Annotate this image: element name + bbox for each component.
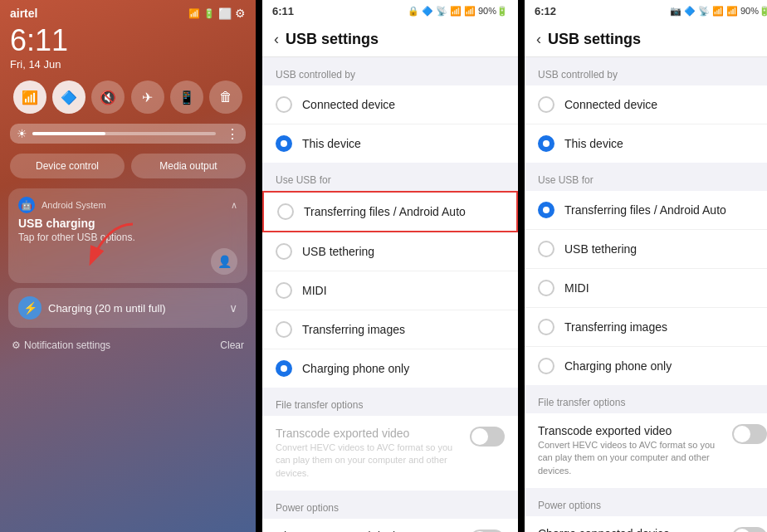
section-label-file-transfer-2: File transfer options [262,388,518,416]
charging-card[interactable]: ⚡ Charging (20 m until full) ∨ [8,288,247,328]
charging-phone-radio-3[interactable] [538,358,554,374]
wifi-icon-3: 📶 [712,6,724,17]
brightness-icon: ☀ [17,127,27,140]
transferring-files-row-3[interactable]: Transferring files / Android Auto [525,191,767,230]
usb-tethering-radio-3[interactable] [538,241,554,257]
transcode-desc-2: Convert HEVC videos to AVC format so you… [276,442,460,480]
charge-connected-title-3: Charge connected device [538,527,722,532]
clear-button[interactable]: Clear [220,339,244,351]
charging-phone-label-3: Charging phone only [564,359,767,373]
transferring-files-row-2[interactable]: Transferring files / Android Auto [262,191,518,232]
section-label-usb-controlled-3: USB controlled by [525,57,767,85]
usb-controlled-card-3: Connected device This device [525,85,767,163]
charge-connected-row-2: Charge connected device Use this phone t… [262,519,518,532]
brightness-bar [32,132,216,135]
usb-tethering-row-3[interactable]: USB tethering [525,230,767,269]
screen-tile[interactable]: 📱 [170,81,203,114]
transcode-text-3: Transcode exported video Convert HEVC vi… [538,424,722,477]
usb-tethering-label-2: USB tethering [302,245,505,258]
settings-icon[interactable]: ⚙ [235,7,246,20]
nfc-icon-3: 📡 [698,6,710,17]
toolbar-2: ‹ USB settings [262,22,518,57]
notification-action-btn[interactable]: 👤 [211,248,237,275]
transferring-images-row-2[interactable]: Transferring images [262,310,518,349]
transferring-images-label-2: Transferring images [302,323,505,336]
connected-device-label-3: Connected device [564,98,767,111]
quick-buttons: Device control Media output [0,149,256,183]
transferring-images-radio-2[interactable] [276,321,292,338]
section-label-file-transfer-3: File transfer options [525,385,767,413]
status-bar-2: 6:11 🔒 🔷 📡 📶 📶 90%🔋 [262,0,518,22]
section-label-usb-controlled-2: USB controlled by [262,57,518,85]
expand-icon[interactable]: ∧ [231,200,237,211]
mute-tile[interactable]: 🔇 [91,81,125,114]
notification-header: 🤖 Android System ∧ [18,197,237,213]
signal-icon-2: 📶 [464,6,476,17]
connected-device-radio-2[interactable] [276,96,292,113]
usb-tethering-row-2[interactable]: USB tethering [262,232,518,271]
airplane-tile[interactable]: ✈ [131,81,164,114]
charging-phone-row-3[interactable]: Charging phone only [525,347,767,385]
transferring-files-radio-2[interactable] [277,203,294,220]
connected-device-radio-3[interactable] [538,96,554,113]
this-device-radio-3[interactable] [538,135,554,152]
usb-settings-panel-before: 6:11 🔒 🔷 📡 📶 📶 90%🔋 ‹ USB settings USB c… [262,0,518,532]
nfc-icon: 📡 [436,6,447,17]
toggle-knob-3 [734,426,750,442]
midi-row-2[interactable]: MIDI [262,271,518,310]
notification-bottom: ⚙ Notification settings Clear [0,333,256,358]
back-button-2[interactable]: ‹ [274,31,279,48]
signal-icon: 📶 [188,8,200,19]
this-device-row-2[interactable]: This device [262,124,518,163]
transcode-toggle-3[interactable] [732,424,767,444]
panel-separator-2 [518,0,525,532]
transcode-toggle-2[interactable] [470,427,505,447]
usb-notification-card[interactable]: 🤖 Android System ∧ USB charging Tap for … [8,188,247,283]
section-label-power-2: Power options [262,491,518,519]
date-label: Fri, 14 Jun [10,58,246,71]
panel-separator-1 [256,0,262,532]
android-icon: 🤖 [21,200,32,211]
transcode-desc-3: Convert HEVC videos to AVC format so you… [538,439,722,477]
media-output-btn[interactable]: Media output [131,154,246,178]
wifi-tile[interactable]: 📶 [13,81,46,114]
usb-settings-panel-after: 6:12 📷 🔷 📡 📶 📶 90%🔋 ‹ USB settings USB c… [525,0,767,532]
clock: 6:11 [10,23,246,58]
midi-radio-2[interactable] [276,282,292,299]
charging-phone-radio-2[interactable] [276,360,292,377]
transferring-images-row-3[interactable]: Transferring images [525,308,767,347]
device-control-btn[interactable]: Device control [10,154,125,178]
transferring-images-radio-3[interactable] [538,319,554,335]
notification-settings-link[interactable]: ⚙ Notification settings [12,339,110,351]
transcode-text-2: Transcode exported video Convert HEVC vi… [276,427,460,480]
use-usb-card-3: Transferring files / Android Auto USB te… [525,191,767,385]
settings-scroll-3[interactable]: USB controlled by Connected device This … [525,57,767,532]
charge-toggle-3[interactable] [732,527,767,532]
usb-tethering-radio-2[interactable] [276,243,292,260]
midi-radio-3[interactable] [538,280,554,296]
more-icon[interactable]: ⋮ [226,126,239,142]
settings-scroll-2[interactable]: USB controlled by Connected device This … [262,57,518,532]
brightness-row[interactable]: ☀ ⋮ [10,124,246,144]
notification-shade: airtel 📶 🔋 ⬜ ⚙ 6:11 Fri, 14 Jun 📶 🔷 🔇 ✈ … [0,0,256,532]
battery-icon-2: 90%🔋 [478,6,508,17]
connected-device-row-2[interactable]: Connected device [262,85,518,124]
usb-controlled-card-2: Connected device This device [262,85,518,163]
delete-tile[interactable]: 🗑 [209,81,242,114]
back-button-3[interactable]: ‹ [536,31,541,48]
charge-connected-text-3: Charge connected device Use this phone t… [538,527,722,532]
status-icons-3: 📷 🔷 📡 📶 📶 90%🔋 [670,6,767,17]
charging-phone-row-2[interactable]: Charging phone only [262,349,518,388]
camera-icon: 📷 [670,6,682,17]
quick-tiles: 📶 🔷 🔇 ✈ 📱 🗑 [0,76,256,119]
transferring-files-radio-3[interactable] [538,202,554,218]
toggle-knob-2 [471,428,488,445]
bluetooth-tile[interactable]: 🔷 [52,81,85,114]
this-device-row-3[interactable]: This device [525,124,767,163]
brightness-fill [32,132,105,135]
this-device-radio-2[interactable] [276,135,292,152]
notification-settings-label: Notification settings [24,339,110,351]
midi-label-3: MIDI [564,281,767,295]
midi-row-3[interactable]: MIDI [525,269,767,308]
connected-device-row-3[interactable]: Connected device [525,85,767,124]
